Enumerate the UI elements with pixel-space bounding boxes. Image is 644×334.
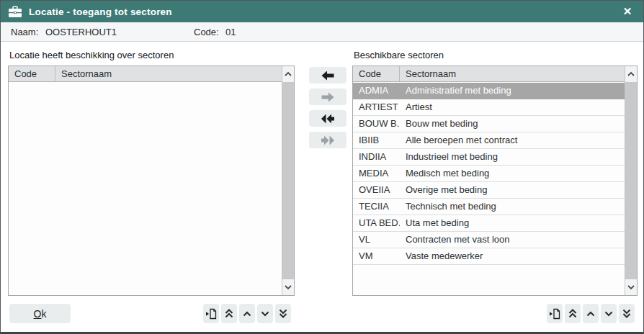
cell-code: VL: [353, 232, 400, 248]
location-sectors-list-body: [9, 83, 282, 295]
available-sectors-table: Code Sectornaam ADMIA Administratief met…: [352, 66, 638, 296]
table-row[interactable]: OVEIIA Overige met beding: [353, 182, 625, 199]
cell-sectornaam: Bouw met beding: [400, 116, 625, 132]
row-up-button[interactable]: [583, 304, 599, 323]
table-row[interactable]: MEDIA Medisch met beding: [353, 166, 625, 182]
cell-code: MEDIA: [353, 166, 400, 181]
table-row[interactable]: VM Vaste medewerker: [353, 248, 625, 265]
table-row[interactable]: ADMIA Administratief met beding: [353, 83, 625, 99]
cell-sectornaam: Contracten met vast loon: [400, 232, 625, 248]
move-all-right-button[interactable]: [309, 132, 346, 148]
scrollbar-thumb[interactable]: [625, 82, 637, 279]
cell-sectornaam: Vaste medewerker: [400, 248, 625, 264]
double-arrow-left-icon: [321, 114, 334, 124]
arrow-right-icon: [321, 92, 334, 102]
ok-button-label: O: [34, 308, 42, 320]
cell-code: UTA BED...: [353, 215, 400, 231]
scrollbar-down-button[interactable]: [625, 279, 637, 295]
code-value: 01: [225, 27, 236, 37]
new-record-icon: [549, 308, 560, 320]
dialog-window: Locatie - toegang tot sectoren ✕ Naam: O…: [0, 0, 644, 334]
new-record-icon: [205, 308, 217, 320]
chevron-down-icon: [285, 284, 292, 290]
cell-sectornaam: Artiest: [400, 99, 625, 115]
double-chevron-up-icon: [225, 308, 233, 319]
chevron-up-icon: [285, 71, 292, 77]
double-chevron-down-icon: [279, 308, 287, 319]
double-arrow-right-icon: [321, 135, 334, 145]
table-row[interactable]: UTA BED... Uta met beding: [353, 215, 625, 232]
cell-code: INDIIA: [353, 149, 400, 165]
close-icon: ✕: [623, 5, 632, 18]
chevron-down-icon: [604, 310, 613, 317]
scroll-bottom-button[interactable]: [275, 304, 291, 323]
column-header-sectornaam: Sectornaam: [400, 66, 625, 81]
title-bar: Locatie - toegang tot sectoren ✕: [1, 1, 643, 22]
row-down-button[interactable]: [257, 304, 273, 323]
table-row[interactable]: INDIIA Industrieel met beding: [353, 149, 625, 166]
table-row[interactable]: BOUW B... Bouw met beding: [353, 116, 625, 132]
ok-button[interactable]: Ok: [9, 304, 71, 323]
double-chevron-up-icon: [568, 308, 577, 319]
name-label: Naam:: [11, 27, 38, 37]
cell-sectornaam: Overige met beding: [400, 182, 625, 198]
cell-sectornaam: Administratief met beding: [400, 83, 625, 99]
ok-button-label-rest: k: [41, 308, 46, 320]
left-panel-title: Locatie heeft beschikking over sectoren: [9, 50, 174, 60]
column-header-code: Code: [9, 66, 55, 81]
cell-sectornaam: Medisch met beding: [400, 166, 625, 181]
table-row[interactable]: ARTIEST Artiest: [353, 99, 625, 116]
window-title: Locatie - toegang tot sectoren: [29, 6, 172, 17]
row-down-button[interactable]: [601, 304, 617, 323]
cell-code: OVEIIA: [353, 182, 400, 198]
scroll-top-button[interactable]: [221, 304, 237, 323]
name-value: OOSTERHOUT1: [45, 27, 117, 37]
column-header-sectornaam: Sectornaam: [55, 66, 282, 81]
record-nav-right: [547, 304, 635, 323]
column-header-code: Code: [353, 66, 400, 81]
move-right-button[interactable]: [309, 89, 346, 105]
new-record-button[interactable]: [203, 304, 219, 323]
briefcase-icon: [8, 6, 22, 18]
scrollbar-up-button[interactable]: [282, 66, 294, 82]
cell-sectornaam: Uta met beding: [400, 215, 625, 231]
table-row[interactable]: IBIIB Alle beroepen met contract: [353, 132, 625, 149]
chevron-up-icon: [627, 71, 635, 77]
chevron-up-icon: [243, 310, 251, 317]
right-panel-title: Beschikbare sectoren: [354, 50, 444, 60]
vertical-scrollbar: [282, 66, 294, 295]
cell-sectornaam: Alle beroepen met contract: [400, 132, 625, 148]
close-button[interactable]: ✕: [619, 3, 636, 20]
cell-sectornaam: Industrieel met beding: [400, 149, 625, 165]
vertical-scrollbar: [625, 66, 637, 295]
scrollbar-thumb[interactable]: [282, 82, 294, 279]
scroll-top-button[interactable]: [565, 304, 581, 323]
table-row[interactable]: VL Contracten met vast loon: [353, 232, 625, 248]
table-header: Code Sectornaam: [9, 66, 282, 82]
move-all-left-button[interactable]: [309, 110, 346, 127]
scrollbar-up-button[interactable]: [625, 66, 637, 82]
code-label: Code:: [194, 27, 219, 37]
transfer-button-group: [309, 67, 346, 148]
new-record-button[interactable]: [547, 304, 563, 323]
table-row[interactable]: TECIIA Technisch met beding: [353, 199, 625, 215]
scroll-bottom-button[interactable]: [619, 304, 635, 323]
chevron-down-icon: [261, 310, 269, 317]
scrollbar-down-button[interactable]: [282, 279, 294, 295]
chevron-down-icon: [627, 284, 635, 290]
cell-code: ARTIEST: [353, 99, 400, 115]
cell-code: BOUW B...: [353, 116, 400, 132]
cell-code: VM: [353, 248, 400, 264]
table-header: Code Sectornaam: [353, 66, 625, 82]
row-up-button[interactable]: [239, 304, 255, 323]
info-bar: Naam: OOSTERHOUT1 Code: 01: [1, 22, 643, 42]
chevron-up-icon: [586, 310, 595, 317]
cell-code: ADMIA: [353, 83, 400, 99]
cell-code: TECIIA: [353, 199, 400, 215]
record-nav-left: [203, 304, 291, 323]
move-left-button[interactable]: [309, 67, 346, 84]
arrow-left-icon: [321, 71, 334, 81]
cell-code: IBIIB: [353, 132, 400, 148]
cell-sectornaam: Technisch met beding: [400, 199, 625, 215]
location-sectors-table: Code Sectornaam: [8, 66, 295, 296]
